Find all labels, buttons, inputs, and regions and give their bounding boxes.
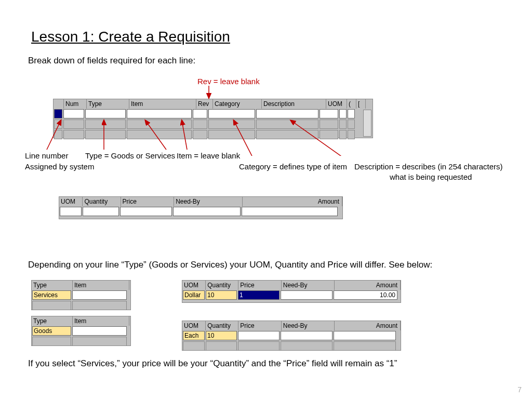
callout-rev: Rev = leave blank — [197, 77, 260, 86]
cell-desc[interactable] — [256, 109, 318, 118]
cell[interactable] — [120, 207, 172, 216]
col: Amount — [335, 321, 401, 330]
cell[interactable]: 10 — [206, 290, 237, 300]
callout-type: Type = Goods or Services — [85, 151, 175, 160]
col-item: Item — [129, 99, 196, 109]
col: Quantity — [83, 197, 121, 206]
cell[interactable] — [72, 290, 127, 300]
col: Need-By — [282, 281, 335, 290]
callout-linenum: Line number — [25, 151, 68, 160]
cell[interactable] — [72, 326, 127, 336]
grid-goods-row: UOM Quantity Price Need-By Amount Each 1… — [182, 321, 401, 351]
callout-category: Category = defines type of item — [239, 162, 347, 171]
cell-type-goods[interactable]: Goods — [32, 326, 71, 336]
row-selector[interactable] — [54, 109, 62, 118]
cell[interactable] — [334, 331, 396, 340]
cell-type[interactable] — [85, 109, 126, 118]
grid-services-row: UOM Quantity Price Need-By Amount Dollar… — [182, 280, 401, 303]
cell[interactable]: Dollar — [183, 290, 205, 300]
cell[interactable] — [173, 207, 241, 216]
cell[interactable] — [238, 331, 280, 340]
col-num: Num — [64, 99, 87, 109]
col: Price — [238, 321, 282, 330]
col: Item — [73, 281, 129, 290]
callout-desc1: Description = describes (in 254 characte… — [354, 162, 503, 171]
cell[interactable] — [242, 207, 338, 216]
col: Need-By — [282, 321, 335, 330]
cell-uom[interactable] — [320, 109, 338, 118]
col-desc: Description — [262, 99, 326, 109]
cell[interactable]: 10 — [206, 331, 237, 340]
callout-item: Item = leave blank — [177, 151, 240, 160]
scrollbar[interactable] — [363, 110, 371, 137]
col: Amount — [243, 197, 342, 206]
cell-num[interactable] — [63, 109, 84, 118]
cell[interactable] — [281, 331, 332, 340]
cell-rev[interactable] — [193, 109, 207, 118]
callout-assigned: Assigned by system — [25, 162, 94, 171]
col-uom: UOM — [326, 99, 347, 109]
col: Type — [32, 316, 73, 326]
page-number: 7 — [517, 385, 522, 394]
col: Type — [32, 281, 73, 290]
col: Amount — [335, 281, 401, 290]
mid-text: Depending on your line “Type” (Goods or … — [28, 260, 432, 270]
page-title: Lesson 1: Create a Requisition — [31, 29, 532, 45]
grid-type-goods: Type Item Goods — [31, 316, 131, 346]
cell[interactable] — [281, 290, 332, 300]
grid-uom: UOM Quantity Price Need-By Amount — [59, 196, 343, 219]
intro-text: Break down of fields required for each l… — [28, 56, 532, 66]
col: Price — [238, 281, 282, 290]
cell[interactable]: Each — [183, 331, 205, 340]
col-type: Type — [87, 99, 129, 109]
grid-type-services: Type Item Services — [31, 280, 131, 310]
col: UOM — [182, 321, 206, 330]
cell[interactable]: 10.00 — [334, 290, 397, 300]
cell-price-selected[interactable]: 1 — [238, 290, 280, 300]
main-grid: Num Type Item Rev Category Description U… — [53, 99, 373, 138]
cell-category[interactable] — [208, 109, 255, 118]
callout-desc2: what is being requested — [390, 172, 472, 181]
col: UOM — [182, 281, 206, 290]
col: Quantity — [206, 281, 238, 290]
bottom-text: If you select “Services,” your price wil… — [28, 358, 397, 369]
col: Price — [121, 197, 175, 206]
col: Quantity — [206, 321, 238, 330]
col-category: Category — [213, 99, 262, 109]
cell-item[interactable] — [127, 109, 192, 118]
cell[interactable] — [60, 207, 82, 216]
col: Item — [73, 316, 129, 326]
col-rev: Rev — [196, 99, 213, 109]
col: Need-By — [174, 197, 243, 206]
cell-type-services[interactable]: Services — [32, 290, 71, 300]
cell[interactable] — [83, 207, 119, 216]
col: UOM — [59, 197, 83, 206]
